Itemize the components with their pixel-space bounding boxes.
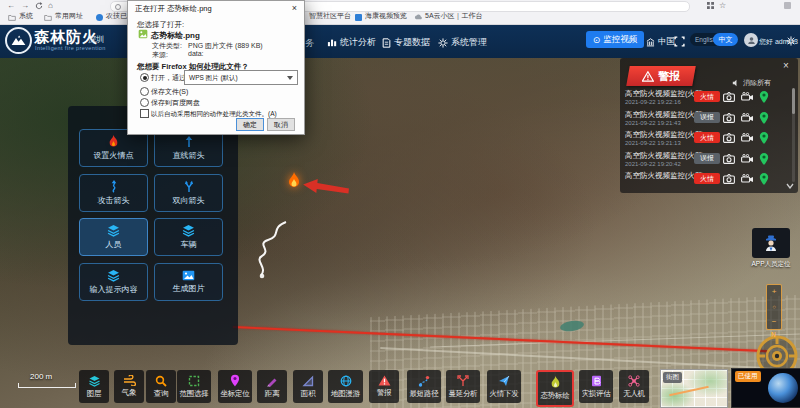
open-with-value: WPS 图片 (默认) <box>189 74 238 83</box>
extension-icon[interactable] <box>707 2 714 9</box>
toolbar-distance[interactable]: 距离 <box>257 370 287 403</box>
zoom-out-icon[interactable]: − <box>772 318 777 326</box>
toolbar-label: 态势标绘 <box>541 391 570 401</box>
personnel-button[interactable]: 人员 <box>79 218 148 256</box>
radio-save-baidu-label[interactable]: 保存到百度网盘 <box>151 98 200 108</box>
zoom-in-icon[interactable]: + <box>772 288 777 296</box>
toolbar-search[interactable]: 查询 <box>146 370 176 403</box>
nav-item-system-mgmt[interactable]: 系统管理 <box>438 36 487 49</box>
download-dialog: 正在打开 态势标绘.png × 您选择了打开: 态势标绘.png 文件类型: P… <box>127 0 305 135</box>
attack-arrow-button[interactable]: 攻击箭头 <box>79 174 148 212</box>
zoom-reset-icon[interactable]: ○ <box>772 303 776 311</box>
language-toggle[interactable]: English 中文 <box>690 33 738 46</box>
ok-button[interactable]: 确定 <box>236 118 264 131</box>
alarm-row[interactable]: 高空防火视频监控(火警) 2021-09-22 19:20:42 误报 <box>620 150 798 170</box>
bookmark-item[interactable]: 系统 <box>19 10 33 22</box>
alarm-tag[interactable]: 误报 <box>694 153 720 164</box>
monitor-video-button[interactable]: ⊙ 监控视频 <box>586 31 644 48</box>
alarm-row[interactable]: 高空防火视频监控(火警) 2021-09-22 19:21:43 误报 <box>620 109 798 129</box>
radio-save-file-label[interactable]: 保存文件(S) <box>151 87 188 97</box>
camera-icon[interactable] <box>723 174 735 184</box>
bookmark-item[interactable]: 智慧社区平台 <box>309 10 351 22</box>
toolbar-map-roam[interactable]: 地图漫游 <box>328 370 363 403</box>
alarm-row-time: 2021-09-22 19:22:16 <box>625 99 681 105</box>
toolbar-layers[interactable]: 图层 <box>79 370 109 403</box>
clear-all-button[interactable]: 消除所有 <box>732 78 771 88</box>
fullscreen-icon[interactable] <box>674 36 685 47</box>
bar-chart-icon <box>327 38 337 47</box>
radio-open-with[interactable] <box>140 73 149 82</box>
globe-icon <box>340 375 352 387</box>
ptz-camera-icon[interactable] <box>741 92 754 102</box>
fork-arrow-button[interactable]: 双向箭头 <box>154 174 223 212</box>
scrollbar-thumb[interactable] <box>792 88 795 114</box>
nav-item-thematic-data[interactable]: 专题数据 <box>382 36 430 49</box>
nav-item-statistics[interactable]: 统计分析 <box>327 36 376 49</box>
toolbar-weather[interactable]: 气象 <box>114 370 144 403</box>
generate-image-button[interactable]: 生成图片 <box>154 263 223 301</box>
nav-item-partial[interactable]: 务 <box>305 37 314 50</box>
toolbar-coordinate-locate[interactable]: 坐标定位 <box>218 370 252 403</box>
toolbar-range-select[interactable]: 范围选择 <box>177 370 211 403</box>
location-pin-icon[interactable] <box>759 111 769 125</box>
ptz-camera-icon[interactable] <box>741 154 754 164</box>
ptz-camera-icon[interactable] <box>741 174 754 184</box>
toolbar-shortest-path[interactable]: 最短路径 <box>407 370 441 403</box>
location-pin-icon[interactable] <box>759 90 769 104</box>
alarm-tag[interactable]: 火情 <box>694 132 720 143</box>
bookmark-item[interactable]: 5A云小区｜工作台 <box>425 10 482 22</box>
forward-icon[interactable]: → <box>21 1 29 10</box>
alarm-row-title: 高空防火视频监控(火警) <box>625 130 705 140</box>
close-icon[interactable]: × <box>292 3 297 13</box>
send-icon <box>498 375 510 387</box>
back-icon[interactable]: ← <box>7 1 15 10</box>
toolbar-drone[interactable]: 无人机 <box>619 370 649 403</box>
reload-icon[interactable] <box>35 2 43 10</box>
lang-chinese[interactable]: 中文 <box>713 33 738 46</box>
alarm-tag[interactable]: 火情 <box>694 91 720 102</box>
browser-menu-icon[interactable] <box>784 2 791 9</box>
remember-checkbox[interactable] <box>140 109 149 118</box>
alarm-row[interactable]: 高空防火视频监控(火警) 2021-09-22 19:21:13 火情 <box>620 129 798 149</box>
toolbar-damage-assess[interactable]: 灾损评估 <box>579 370 613 403</box>
alarm-tag[interactable]: 误报 <box>694 112 720 123</box>
city-label[interactable]: 深圳 <box>88 34 104 45</box>
input-hint-button[interactable]: 输入提示内容 <box>79 263 148 301</box>
cancel-button[interactable]: 取消 <box>267 118 295 131</box>
toolbar-spread-analysis[interactable]: 蔓延分析 <box>446 370 480 403</box>
button-label: 车辆 <box>181 239 197 250</box>
open-with-dropdown[interactable]: WPS 图片 (默认) <box>184 70 298 85</box>
camera-icon[interactable] <box>723 92 735 102</box>
chevron-down-icon[interactable] <box>786 183 794 189</box>
location-pin-icon[interactable] <box>759 172 769 186</box>
country-selector[interactable]: 中国 <box>646 36 675 48</box>
radio-save-baidu[interactable] <box>140 98 149 107</box>
toolbar-situation-plot[interactable]: 态势标绘 <box>536 370 574 407</box>
camera-icon[interactable] <box>723 133 735 143</box>
settings-gear-icon[interactable] <box>786 36 796 46</box>
camera-icon[interactable] <box>723 154 735 164</box>
ptz-camera-icon[interactable] <box>741 133 754 143</box>
location-pin-icon[interactable] <box>759 152 769 166</box>
toolbar-alarm[interactable]: 警报 <box>369 370 399 403</box>
alarm-row[interactable]: 高空防火视频监控(火警) 火情 <box>620 170 798 190</box>
home-icon[interactable]: ⌂ <box>48 1 53 10</box>
toolbar-area[interactable]: 面积 <box>293 370 323 403</box>
camera-icon[interactable] <box>723 113 735 123</box>
app-locator-button[interactable] <box>752 228 790 258</box>
spread-icon <box>457 375 469 387</box>
ptz-camera-icon[interactable] <box>741 113 754 123</box>
radio-save-file[interactable] <box>140 87 149 96</box>
location-pin-icon[interactable] <box>759 131 769 145</box>
bookmark-item[interactable]: 常用网址 <box>55 10 83 22</box>
fire-marker-icon[interactable] <box>287 172 301 189</box>
vehicle-button[interactable]: 车辆 <box>154 218 223 256</box>
close-icon[interactable]: × <box>783 60 789 71</box>
bookmark-item[interactable]: 海康视频预览 <box>365 10 407 22</box>
avatar[interactable] <box>744 33 758 47</box>
zoom-strip[interactable]: + ○ − <box>766 284 782 330</box>
alarm-tag[interactable]: 火情 <box>694 173 720 184</box>
bookmark-star-icon[interactable]: ☆ <box>719 1 726 10</box>
alarm-row[interactable]: 高空防火视频监控(火警) 2021-09-22 19:22:16 火情 <box>620 88 798 108</box>
toolbar-fire-dispatch[interactable]: 火情下发 <box>487 370 521 403</box>
